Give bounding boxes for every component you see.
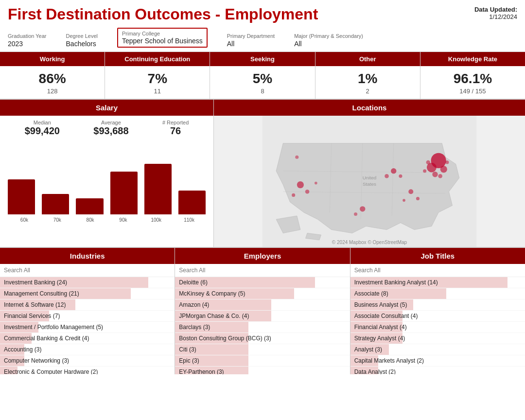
employers-list: Deloitte (6) McKinsey & Company (5) Amaz… [175,277,350,374]
salary-average: Average $93,688 [93,120,128,137]
stat-body: 5% 8 [210,66,315,99]
svg-point-21 [305,190,310,194]
list-item-text: McKinsey & Company (5) [179,290,346,297]
list-item[interactable]: Financial Services (7) [0,311,175,322]
list-item-text: Electronic & Computer Hardware (2) [4,368,171,374]
svg-point-10 [426,160,431,165]
x-axis-label: 100k [140,217,173,223]
list-item-text: Investment Banking Analyst (14) [354,279,521,286]
stat-percent: 7% [107,71,208,87]
x-axis: 60k70k80k90k100k110k [0,216,213,227]
list-item-text: Accounting (3) [4,346,171,353]
list-item[interactable]: Strategy Analyst (4) [350,333,525,344]
svg-point-13 [423,169,426,173]
stat-percent: 1% [317,71,418,87]
industries-list: Investment Banking (24) Management Consu… [0,277,175,374]
stat-percent: 5% [212,71,313,87]
list-item[interactable]: Associate (8) [350,288,525,299]
job-titles-search-input[interactable] [354,266,521,275]
list-item[interactable]: Business Analyst (5) [350,299,525,311]
list-item-text: Analyst (3) [354,346,521,353]
list-item-text: Deloitte (6) [179,279,346,286]
salary-median: Median $99,420 [25,120,60,137]
stats-row: Working 86% 128 Continuing Education 7% … [0,52,525,100]
list-item-text: Citi (3) [179,346,346,353]
list-item[interactable]: McKinsey & Company (5) [175,288,350,299]
list-item[interactable]: Analyst (3) [350,344,525,355]
list-item-text: Epic (3) [179,357,346,364]
list-item[interactable]: Data Analyst (2) [350,367,525,374]
salary-header: Salary [0,100,213,116]
list-item[interactable]: Internet & Software (12) [0,299,175,311]
filter-primary-college[interactable]: Primary College Tepper School of Busines… [117,28,208,48]
filter-primary-dept[interactable]: Primary Department All [227,33,275,48]
filter-degree-level[interactable]: Degree Level Bachelors [66,33,98,48]
list-item[interactable]: Accounting (3) [0,344,175,355]
x-axis-label: 60k [8,217,41,223]
stat-box-continuing-education: Continuing Education 7% 11 [105,52,210,99]
main-content: Salary Median $99,420 Average $93,688 # … [0,100,525,247]
list-item[interactable]: Citi (3) [175,344,350,355]
list-item[interactable]: Investment Banking Analyst (14) [350,277,525,288]
list-item[interactable]: Computer Networking (3) [0,355,175,367]
bar-col-70k [42,194,69,214]
list-item-text: Amazon (4) [179,301,346,308]
list-item[interactable]: Investment Banking (24) [0,277,175,288]
list-item-text: Investment / Portfolio Management (5) [4,324,171,331]
list-item[interactable]: Management Consulting (21) [0,288,175,299]
list-item-text: Associate Consultant (4) [354,313,521,319]
employers-search-input[interactable] [179,266,346,275]
bar [76,198,103,214]
list-item-text: Financial Services (7) [4,313,171,319]
stat-count: 8 [212,88,313,95]
filter-major[interactable]: Major (Primary & Secondary) All [294,33,363,48]
svg-point-9 [432,172,438,177]
list-item[interactable]: Commercial Banking & Credit (4) [0,333,175,344]
list-item[interactable]: Investment / Portfolio Management (5) [0,322,175,333]
page-title: First Destination Outcomes - Employment [8,6,318,23]
stat-percent: 96.1% [422,71,523,87]
list-item[interactable]: Epic (3) [175,355,350,367]
industries-search-input[interactable] [4,266,171,275]
bar-col-80k [76,198,103,214]
x-axis-label: 80k [74,217,107,223]
industries-search-box[interactable] [0,264,175,277]
list-item[interactable]: Electronic & Computer Hardware (2) [0,367,175,374]
list-item[interactable]: EY-Parthenon (3) [175,367,350,374]
list-item[interactable]: Deloitte (6) [175,277,350,288]
svg-point-17 [408,190,413,194]
list-item[interactable]: Amazon (4) [175,299,350,311]
bar [178,191,206,214]
stat-box-knowledge-rate: Knowledge Rate 96.1% 149 / 155 [420,52,525,99]
locations-panel: Locations [214,100,525,247]
stat-percent: 86% [2,71,103,87]
x-axis-label: 70k [41,217,74,223]
list-item[interactable]: Barclays (3) [175,322,350,333]
list-item[interactable]: Associate Consultant (4) [350,311,525,322]
stat-count: 128 [2,88,103,95]
svg-point-19 [402,199,405,202]
employers-search-box[interactable] [175,264,350,277]
filter-graduation-year[interactable]: Graduation Year 2023 [8,33,47,48]
list-item[interactable]: Financial Analyst (4) [350,322,525,333]
list-item-text: Business Analyst (5) [354,301,521,308]
x-axis-label: 110k [173,217,206,223]
salary-bar-chart [0,139,213,216]
job-titles-search-box[interactable] [350,264,525,277]
bar [42,194,69,214]
list-item-text: Management Consulting (21) [4,290,171,297]
stat-body: 86% 128 [0,66,105,99]
bar-col-110k [178,191,206,214]
svg-point-26 [354,212,357,216]
list-item-text: Strategy Analyst (4) [354,335,521,342]
stat-box-seeking: Seeking 5% 8 [210,52,315,99]
stat-header: Knowledge Rate [420,52,525,66]
list-item[interactable]: Capital Markets Analyst (2) [350,355,525,367]
svg-text:States: States [363,181,376,187]
bar [8,179,35,214]
list-item[interactable]: Boston Consulting Group (BCG) (3) [175,333,350,344]
map-credit: © 2024 Mapbox © OpenStreetMap [332,240,407,245]
industries-section: Industries Investment Banking (24) Manag… [0,248,175,374]
list-item[interactable]: JPMorgan Chase & Co. (4) [175,311,350,322]
svg-point-11 [438,174,442,178]
